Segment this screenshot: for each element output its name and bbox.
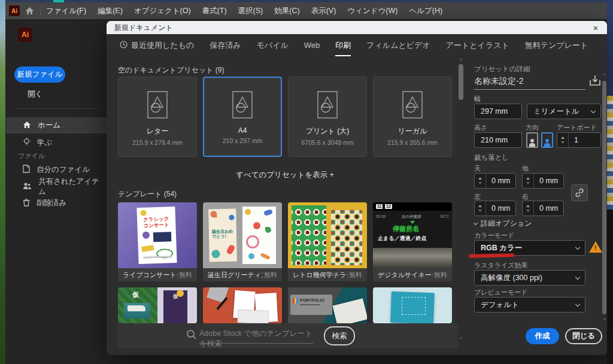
sidebar-item-home[interactable]: ホーム — [6, 117, 107, 134]
panel-scrollbar[interactable] — [602, 81, 606, 314]
height-label: 高さ — [474, 123, 487, 132]
scroll-down-icon[interactable]: ⌄ — [459, 335, 463, 340]
tab-label: アートとイラスト — [446, 40, 509, 51]
home-icon[interactable] — [25, 7, 34, 15]
link-bleed-values-icon[interactable] — [571, 184, 588, 201]
preset-card-legal[interactable]: リーガル 215.9 x 355.6 mm — [373, 77, 452, 157]
stepper-arrows[interactable] — [523, 201, 534, 216]
menu-object[interactable]: オブジェクト(O) — [134, 6, 191, 16]
preset-card-letter[interactable]: レター 215.9 x 279.4 mm — [118, 77, 197, 157]
bleed-left-stepper[interactable]: 0 mm — [474, 201, 516, 216]
bleed-bottom-label: 地 — [522, 164, 529, 173]
sidebar-item-learn[interactable]: 学ぶ — [6, 135, 107, 151]
new-document-dialog: 新規ドキュメント × 最近使用したもの 保存済み モバイル Web 印刷 フィル… — [107, 21, 607, 355]
panel-scroll-up-icon[interactable]: ⌃ — [602, 74, 607, 79]
menu-select[interactable]: 選択(S) — [238, 6, 263, 16]
preset-card-print-large[interactable]: プリント (大) 6705.6 x 3048 mm — [288, 77, 367, 157]
sidebar-item-label: ホーム — [38, 120, 60, 131]
scroll-up-icon[interactable]: ⌃ — [459, 59, 463, 64]
template-card-row2-4[interactable] — [373, 287, 452, 323]
blank-document-icon — [232, 90, 253, 119]
raster-effects-select[interactable]: 高解像度 (300 ppi) — [474, 270, 585, 286]
template-card-live-concert[interactable]: クラシック コンサート ライブコンサートチラシ... 無料 — [118, 202, 197, 281]
chevron-down-icon — [575, 274, 580, 279]
search-icon — [186, 329, 197, 342]
tab-art-illustration[interactable]: アートとイラスト — [446, 34, 509, 56]
tab-saved[interactable]: 保存済み — [210, 34, 241, 56]
sidebar-item-my-files[interactable]: 自分のファイル — [6, 162, 107, 178]
bleed-top-stepper[interactable]: 0 mm — [474, 173, 516, 189]
unit-select[interactable]: ミリメートル — [527, 104, 601, 119]
orientation-landscape-icon[interactable] — [541, 132, 553, 148]
sidebar-item-deleted[interactable]: 削除済み — [6, 195, 107, 211]
stepper-arrows[interactable] — [475, 201, 486, 216]
orientation-portrait-icon[interactable] — [526, 132, 538, 148]
tab-film-video[interactable]: フィルムとビデオ — [366, 34, 430, 56]
panel-scroll-down-icon[interactable]: ⌄ — [602, 316, 607, 321]
bleed-right-value: 0 mm — [534, 204, 558, 213]
preset-card-a4-selected[interactable]: A4 210 x 297 mm — [203, 77, 282, 157]
menu-edit[interactable]: 編集(E) — [98, 6, 123, 16]
template-price: 無料 — [179, 271, 192, 280]
raster-effects-value: 高解像度 (300 ppi) — [481, 273, 542, 283]
open-button[interactable]: 開く — [28, 89, 43, 99]
width-input[interactable]: 297 mm — [474, 104, 522, 119]
advanced-options-toggle[interactable]: 詳細オプション — [474, 219, 532, 229]
menu-view[interactable]: 表示(V) — [311, 6, 336, 16]
tab-recent[interactable]: 最近使用したもの — [120, 34, 194, 56]
artboard-stepper[interactable]: 1 — [557, 132, 601, 148]
document-name-input[interactable]: 名称未設定-2 — [474, 74, 585, 90]
menu-help[interactable]: ヘルプ(H) — [409, 6, 442, 16]
desktop-wallpaper-right — [607, 0, 613, 364]
template-thumbnail — [203, 287, 282, 323]
tab-label: 保存済み — [210, 40, 241, 51]
bleed-bottom-stepper[interactable]: 0 mm — [522, 173, 564, 189]
blank-document-icon — [317, 90, 338, 119]
menu-effect[interactable]: 効果(C) — [274, 6, 299, 16]
red-marker-annotation — [469, 253, 514, 258]
stepper-arrows[interactable] — [523, 174, 534, 188]
dialog-titlebar[interactable]: 新規ドキュメント × — [107, 21, 607, 34]
document-icon — [23, 165, 30, 175]
new-file-button[interactable]: 新規ファイル — [14, 66, 65, 83]
preset-dimensions: 215.9 x 279.4 mm — [119, 139, 196, 146]
bleed-left-value: 0 mm — [486, 204, 510, 213]
template-thumbnail — [288, 202, 367, 268]
tab-print[interactable]: 印刷 — [335, 34, 351, 56]
tab-web[interactable]: Web — [304, 34, 320, 56]
person-glyph — [529, 139, 535, 147]
template-card-retro-geometric[interactable]: レトロ幾何学チラシレ... 無料 — [288, 202, 367, 281]
dialog-close-button[interactable]: 閉じる — [565, 328, 602, 344]
sidebar-item-shared[interactable]: 共有されたアイテム — [6, 178, 107, 195]
tab-label: 無料テンプレート — [525, 40, 588, 51]
template-card-row2-1[interactable]: 仮 仮 — [118, 287, 197, 323]
template-card-digital-signage[interactable]: 11 12 00:00 次の停留所 00°C 停留所名 止まる／通過／終点 デジ… — [373, 202, 452, 281]
trash-icon — [23, 198, 30, 208]
template-card-row2-3[interactable]: PORTFOLIO — [288, 287, 367, 323]
search-input[interactable]: Adobe Stock で他のテンプレートを検索 — [199, 329, 313, 344]
show-all-presets-link[interactable]: すべてのプリセットを表示 + — [107, 170, 463, 180]
tab-mobile[interactable]: モバイル — [257, 34, 289, 56]
template-card-birthday[interactable]: 誕生日おめでとう! 誕生日グリーティング... 無料 — [203, 202, 282, 281]
document-name-value: 名称未設定-2 — [474, 76, 523, 87]
menu-file[interactable]: ファイル(F) — [46, 6, 86, 16]
stepper-arrows[interactable] — [475, 174, 486, 188]
stepper-arrows[interactable] — [557, 133, 569, 147]
template-card-row2-2[interactable] — [203, 287, 282, 323]
presets-heading: 空のドキュメントプリセット (9) — [118, 65, 224, 75]
sidebar-section-files: ファイル — [18, 151, 45, 160]
search-button[interactable]: 検索 — [324, 326, 355, 345]
content-scrollbar[interactable] — [459, 64, 463, 100]
people-icon — [23, 182, 32, 192]
save-preset-icon[interactable] — [589, 75, 601, 89]
menu-window[interactable]: ウィンドウ(W) — [347, 6, 397, 16]
sidebar-item-label: 共有されたアイテム — [38, 177, 107, 197]
close-icon[interactable]: × — [589, 21, 602, 34]
preview-mode-select[interactable]: デフォルト — [474, 297, 585, 313]
bleed-right-stepper[interactable]: 0 mm — [522, 201, 564, 216]
create-button[interactable]: 作成 — [526, 328, 559, 344]
tab-free-templates[interactable]: 無料テンプレート — [525, 34, 588, 56]
menu-items: ファイル(F) 編集(E) オブジェクト(O) 書式(T) 選択(S) 効果(C… — [46, 6, 442, 16]
height-input[interactable]: 210 mm — [474, 132, 522, 148]
menu-type[interactable]: 書式(T) — [202, 6, 227, 16]
